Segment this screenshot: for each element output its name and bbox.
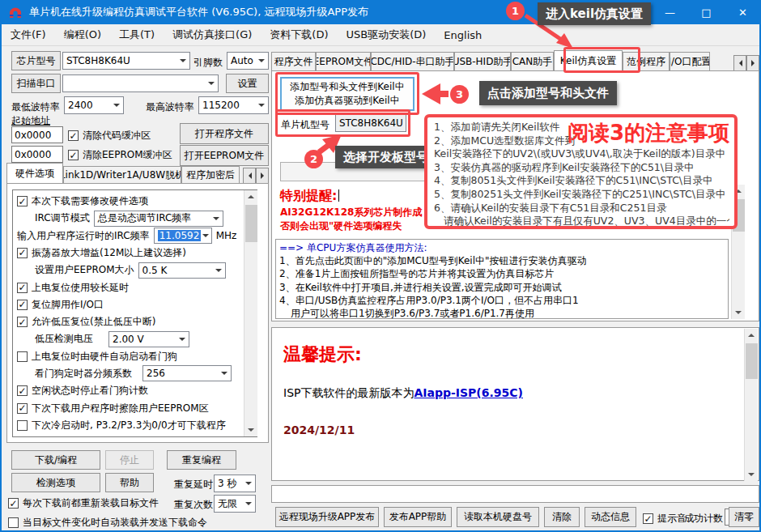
settings-button[interactable]: 设置 — [226, 74, 269, 93]
start-address-input-1[interactable] — [11, 126, 63, 143]
stop-button[interactable]: 停止 — [105, 450, 154, 470]
lvd-select[interactable]: 2.00 V — [108, 331, 189, 347]
check-options-button[interactable]: 检测选项 — [11, 473, 100, 492]
hw-checkbox[interactable] — [17, 283, 28, 293]
tab-usb-hid[interactable]: USB-HID助手 — [454, 52, 511, 71]
menu-item[interactable]: 工具(T) — [110, 24, 164, 45]
remote-upgrade-publish-button[interactable]: 远程现场升级APP发布 — [275, 507, 379, 527]
chevron-down-icon[interactable] — [241, 475, 255, 492]
hw-checkbox[interactable] — [17, 317, 28, 327]
tab-hardware-options[interactable]: 硬件选项 — [6, 163, 63, 184]
chevron-down-icon[interactable] — [241, 496, 255, 512]
chevron-down-icon[interactable] — [109, 97, 123, 113]
scan-port-button[interactable]: 扫描串口 — [11, 74, 61, 93]
open-eeprom-file-button[interactable]: 打开EEPROM文件 — [180, 145, 269, 166]
chevron-down-icon[interactable] — [212, 266, 225, 275]
clear-button[interactable]: 清除 — [544, 507, 580, 527]
irc-mode-select[interactable]: 总是动态调节IRC频率 — [94, 211, 223, 227]
tab-example-program[interactable]: 范例程序 — [623, 52, 670, 71]
tab-can-helper[interactable]: CAN助手 — [511, 52, 554, 71]
serial-port-select[interactable] — [62, 74, 219, 92]
chip-model-button[interactable]: 芯片型号 — [11, 51, 61, 70]
menu-item[interactable]: English — [435, 26, 491, 45]
sound-checkbox[interactable] — [643, 513, 653, 524]
check-options-label: 检测选项 — [36, 476, 75, 490]
wdt-select[interactable]: 256 — [142, 365, 232, 381]
tab-offline-writer[interactable]: Link1D/Writer1A/U8W脱机 — [63, 166, 181, 184]
max-baud-select[interactable]: 115200 — [198, 96, 269, 114]
chevron-down-icon[interactable] — [204, 75, 218, 92]
scroll-up-icon[interactable] — [244, 190, 257, 203]
add-to-keil-button[interactable]: 添加型号和头文件到Keil中 添加仿真器驱动到Keil中 — [280, 77, 415, 111]
tab-program-encrypt[interactable]: 程序加密后 — [181, 166, 240, 184]
chevron-down-icon[interactable] — [176, 334, 189, 344]
scroll-down-icon[interactable] — [732, 306, 745, 319]
min-baud-select[interactable]: 2400 — [64, 96, 124, 114]
clear-eeprom-checkbox[interactable] — [68, 150, 79, 160]
reset-success-count-button[interactable]: 清零 — [729, 507, 759, 527]
minimize-icon: — — [665, 6, 675, 19]
irc-freq-select[interactable]: 11.0592 — [154, 228, 212, 244]
scroll-down-icon[interactable] — [745, 468, 758, 481]
scrollbar-thumb[interactable] — [245, 205, 257, 242]
scroll-down-icon[interactable] — [244, 423, 257, 436]
start-address-input-2[interactable] — [11, 146, 63, 163]
chevron-down-icon[interactable] — [254, 97, 268, 113]
repeat-delay-select[interactable]: 3 秒 — [214, 475, 256, 492]
chip-model-select[interactable]: STC8H8K64U — [62, 52, 190, 70]
hw-checkbox[interactable] — [17, 351, 28, 362]
menu-item[interactable]: 资料下载(D) — [261, 24, 337, 45]
eeprom-size-select[interactable]: 0.5 K — [138, 262, 226, 279]
tab-scroll-left-button[interactable] — [243, 168, 256, 184]
menu-item[interactable]: 调试仿真接口(G) — [164, 24, 261, 45]
chevron-down-icon[interactable] — [254, 53, 268, 69]
clear-code-checkbox[interactable] — [68, 130, 79, 141]
mcu-model-value-box[interactable]: STC8H8K64U — [335, 114, 406, 132]
auto-load-checkbox[interactable] — [8, 517, 19, 528]
hw-checkbox[interactable] — [17, 385, 28, 396]
scrollbar-thumb[interactable] — [746, 343, 758, 379]
repeat-count-value: 无限 — [218, 497, 237, 511]
close-button[interactable]: ✕ — [725, 0, 761, 24]
annotation-step2-tooltip: 选择开发板型号 — [335, 146, 436, 168]
tab-scroll-right-button[interactable] — [256, 168, 269, 184]
repeat-program-button[interactable]: 重复编程 — [167, 450, 236, 470]
tab-keil-emulation[interactable]: Keil仿真设置 — [554, 50, 623, 71]
menu-item[interactable]: USB驱动安装(D) — [337, 24, 435, 45]
menu-item[interactable]: 文件(F) — [2, 24, 55, 45]
hw-checkbox[interactable] — [17, 420, 28, 431]
isp-download-link[interactable]: AIapp-ISP(6.95C) — [414, 386, 523, 399]
open-program-file-button[interactable]: 打开程序文件 — [180, 123, 269, 144]
help-button[interactable]: 帮助 — [105, 473, 154, 492]
tab-cdc-hid-serial[interactable]: CDC/HID-串口助手 — [371, 52, 454, 71]
chevron-down-icon[interactable] — [201, 231, 210, 240]
repeat-count-label: 重复次数 — [174, 498, 213, 512]
tab-scroll-left-button[interactable] — [733, 55, 746, 71]
tab-io-config[interactable]: I/O口配置 — [670, 52, 710, 71]
hw-checkbox[interactable] — [17, 403, 28, 414]
maximize-button[interactable]: □ — [688, 0, 725, 24]
publish-app-help-button[interactable]: 发布APP帮助 — [384, 507, 452, 527]
tab-program-file[interactable]: 程序文件 — [271, 52, 316, 71]
pins-select[interactable]: Auto — [227, 52, 269, 70]
add-to-keil-line1: 添加型号和头文件到Keil中 — [290, 80, 404, 94]
minimize-button[interactable]: — — [652, 0, 688, 24]
reload-target-checkbox[interactable] — [8, 498, 19, 509]
scroll-up-icon[interactable] — [745, 329, 758, 342]
tab-scroll-right-button[interactable] — [746, 55, 759, 71]
chevron-down-icon[interactable] — [218, 368, 231, 378]
hw-options-scrollbar[interactable] — [244, 190, 257, 436]
chevron-down-icon[interactable] — [210, 214, 223, 223]
dynamic-info-button[interactable]: 动态信息 — [585, 507, 636, 527]
hw-checkbox[interactable] — [17, 300, 28, 310]
read-disk-id-button[interactable]: 读取本机硬盘号 — [457, 507, 539, 527]
repeat-count-select[interactable]: 无限 — [214, 495, 256, 513]
menu-item[interactable]: 编程(O) — [55, 24, 110, 45]
hw-checkbox[interactable] — [17, 196, 28, 206]
tips-scrollbar[interactable] — [744, 329, 758, 481]
tab-eeprom-file[interactable]: EEPROM文件 — [316, 52, 371, 71]
download-button[interactable]: 下载/编程 — [11, 450, 100, 470]
chevron-down-icon[interactable] — [176, 53, 189, 69]
hw-checkbox[interactable] — [17, 248, 28, 258]
usage-title: ==> 单CPU方案仿真器使用方法: — [279, 241, 725, 254]
